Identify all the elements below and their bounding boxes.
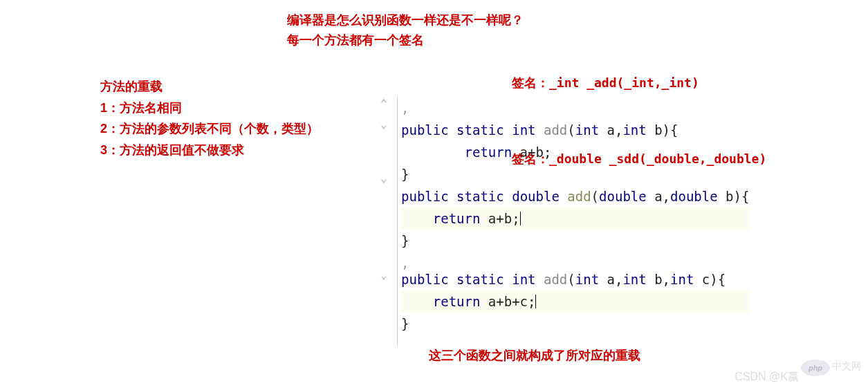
code-line: return a+b+c; [401,290,749,313]
bottom-note: 这三个函数之间就构成了所对应的重载 [429,347,640,364]
signature-1: 签名：_int _add(_int,_int) [512,75,699,91]
code-line: public static int add(int a,int b,int c)… [401,268,749,290]
code-line: return a+b; [401,207,749,230]
code-line: public static int add(int a,int b){ [401,119,749,141]
collapse-icon[interactable]: ⌄ [380,268,387,281]
collapse-icon[interactable]: ⌄ [380,118,387,131]
code-line: return a+b; [401,141,749,163]
watermark-cn: 中文网 [832,360,861,373]
left-rule2: 2：方法的参数列表不同（个数，类型） [100,118,319,140]
left-rule1: 1：方法名相同 [100,98,319,119]
top-title-line1: 编译器是怎么识别函数一样还是不一样呢？ [287,10,524,30]
code-line: } [401,313,749,335]
collapse-icon[interactable]: ⌃ [380,97,387,110]
watermark-csdn: CSDN @K嬴 [735,370,799,384]
left-rule3: 3：方法的返回值不做要求 [100,140,319,161]
code-content: , public static int add(int a,int b){ re… [401,97,749,335]
code-line: , [401,252,749,268]
collapse-icon[interactable]: ⌄ [380,171,387,185]
left-heading: 方法的重载 [100,76,319,98]
code-line: , [401,97,749,119]
left-notes: 方法的重载 1：方法名相同 2：方法的参数列表不同（个数，类型） 3：方法的返回… [100,76,319,160]
php-logo-icon: php [801,360,830,376]
cursor-icon [520,212,521,225]
top-title-line2: 每一个方法都有一个签名 [287,30,524,50]
code-gutter: ⌃ ⌄ ⌄ ⌄ [373,97,398,346]
cursor-icon [535,295,536,308]
top-title: 编译器是怎么识别函数一样还是不一样呢？ 每一个方法都有一个签名 [287,10,524,50]
code-line: } [401,163,749,185]
code-line: public static double add(double a,double… [401,185,749,207]
code-line: } [401,230,749,252]
